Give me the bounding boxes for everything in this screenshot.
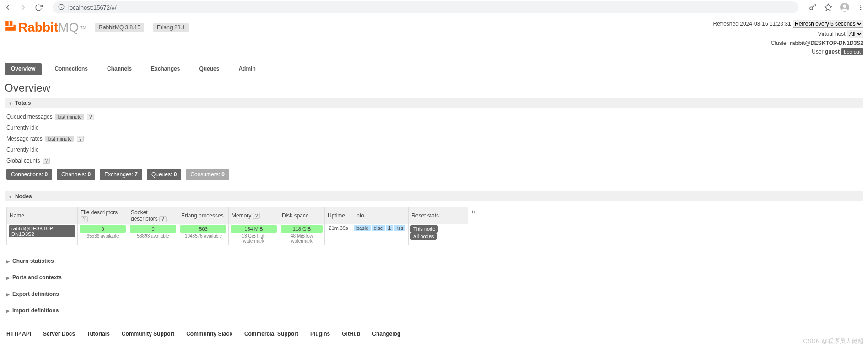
tab-channels[interactable]: Channels	[101, 63, 138, 75]
logout-button[interactable]: Log out	[841, 48, 863, 55]
vhost-select[interactable]: All	[847, 30, 863, 38]
message-rates-label: Message rates	[6, 136, 43, 142]
help-icon[interactable]: ?	[87, 114, 94, 120]
chevron-right-icon	[6, 291, 10, 297]
reload-icon[interactable]	[35, 4, 43, 11]
svg-line-5	[815, 5, 816, 6]
connections-count[interactable]: Connections: 0	[6, 169, 52, 180]
svg-point-9	[860, 5, 862, 6]
footer-github[interactable]: GitHub	[342, 331, 360, 337]
tab-connections[interactable]: Connections	[48, 63, 94, 75]
footer-community-support[interactable]: Community Support	[122, 331, 174, 337]
idle-text: Currently idle	[6, 147, 862, 153]
rabbitmq-logo[interactable]: RabbitMQTM	[5, 20, 86, 35]
fd-value: 0	[80, 225, 126, 233]
consumers-count[interactable]: Consumers: 0	[186, 169, 229, 180]
table-row: rabbit@DESKTOP-DN1D3S2 065536 available …	[7, 224, 468, 245]
chevron-right-icon	[6, 307, 10, 314]
info-1-badge[interactable]: 1	[386, 225, 393, 231]
erlang-badge: Erlang 23.1	[153, 23, 189, 32]
key-icon[interactable]	[809, 3, 817, 11]
info-disc-badge[interactable]: disc	[372, 225, 385, 231]
footer-server-docs[interactable]: Server Docs	[43, 331, 75, 337]
nodes-table: Name File descriptors ? Socket descripto…	[6, 207, 468, 245]
watermark: CSDN @程序员大佬超	[803, 337, 863, 342]
sd-available: 58893 available	[130, 234, 176, 239]
section-import[interactable]: Import definitions	[5, 304, 863, 316]
section-totals-header[interactable]: Totals	[5, 98, 863, 108]
refresh-interval-select[interactable]: Refresh every 5 seconds	[793, 20, 863, 28]
chevron-right-icon	[6, 258, 10, 264]
site-info-icon[interactable]	[58, 4, 65, 11]
col-name: Name	[7, 207, 78, 224]
col-uptime: Uptime	[325, 207, 352, 224]
profile-icon[interactable]	[840, 2, 850, 12]
col-reset: Reset stats	[409, 207, 468, 224]
chevron-right-icon	[6, 274, 10, 281]
reset-all-nodes-button[interactable]: All nodes	[410, 233, 437, 240]
node-name-badge[interactable]: rabbit@DESKTOP-DN1D3S2	[9, 225, 75, 237]
tab-overview[interactable]: Overview	[5, 63, 42, 75]
svg-point-3	[810, 7, 813, 10]
reset-this-node-button[interactable]: This node	[410, 225, 438, 233]
svg-rect-13	[10, 21, 13, 26]
info-basic-badge[interactable]: basic	[354, 225, 371, 231]
main-tabs: Overview Connections Channels Exchanges …	[5, 63, 863, 75]
address-bar[interactable]: localhost:15672/#/	[53, 1, 798, 13]
svg-point-11	[860, 9, 862, 10]
exchanges-count[interactable]: Exchanges: 7	[100, 169, 142, 180]
help-icon[interactable]: ?	[77, 136, 84, 142]
footer-changelog[interactable]: Changelog	[372, 331, 400, 337]
uptime-value: 21m 39s	[325, 224, 352, 245]
svg-point-10	[860, 7, 862, 8]
disk-watermark: 48 MiB low watermark	[281, 234, 323, 244]
svg-rect-12	[5, 21, 9, 26]
rabbitmq-icon	[5, 20, 16, 35]
ep-value: 503	[180, 225, 226, 233]
url-text: localhost:15672/#/	[68, 4, 117, 11]
footer-commercial-support[interactable]: Commercial Support	[244, 331, 298, 337]
help-icon[interactable]: ?	[81, 216, 88, 222]
help-icon[interactable]: ?	[253, 213, 260, 219]
help-icon[interactable]: ?	[159, 216, 167, 222]
user-name: guest	[825, 49, 840, 55]
col-sd: Socket descriptors ?	[128, 207, 178, 224]
footer-http-api[interactable]: HTTP API	[6, 331, 31, 337]
queues-count[interactable]: Queues: 0	[147, 169, 181, 180]
section-ports[interactable]: Ports and contexts	[5, 272, 863, 283]
svg-marker-6	[825, 4, 832, 11]
last-minute-tag[interactable]: last minute	[45, 136, 74, 142]
star-icon[interactable]	[824, 3, 832, 11]
footer-links: HTTP API Server Docs Tutorials Community…	[5, 326, 863, 342]
back-icon[interactable]	[4, 3, 12, 11]
refreshed-label: Refreshed	[713, 21, 739, 27]
ep-available: 1048576 available	[180, 234, 226, 239]
fd-available: 65536 available	[80, 234, 126, 239]
channels-count[interactable]: Channels: 0	[57, 169, 95, 180]
cluster-label: Cluster	[771, 40, 788, 46]
info-rss-badge[interactable]: rss	[394, 225, 405, 231]
svg-rect-14	[5, 27, 16, 31]
col-mem: Memory ?	[229, 207, 279, 224]
svg-point-8	[843, 5, 846, 8]
columns-toggle[interactable]: +/-	[471, 207, 477, 215]
svg-rect-15	[14, 25, 16, 27]
forward-icon[interactable]	[19, 3, 27, 11]
section-churn[interactable]: Churn statistics	[5, 255, 863, 267]
version-badge: RabbitMQ 3.8.15	[95, 23, 144, 32]
menu-icon[interactable]	[857, 4, 864, 11]
sd-value: 0	[130, 225, 176, 233]
help-icon[interactable]: ?	[43, 158, 50, 164]
last-minute-tag[interactable]: last minute	[55, 114, 84, 120]
footer-plugins[interactable]: Plugins	[310, 331, 330, 337]
queued-messages-label: Queued messages	[6, 114, 53, 120]
col-info: Info	[352, 207, 409, 224]
footer-community-slack[interactable]: Community Slack	[186, 331, 232, 337]
footer-tutorials[interactable]: Tutorials	[87, 331, 110, 337]
section-nodes-header[interactable]: Nodes	[5, 191, 863, 201]
section-export[interactable]: Export definitions	[5, 288, 863, 300]
tab-admin[interactable]: Admin	[232, 63, 262, 75]
col-fd: File descriptors ?	[78, 207, 128, 224]
tab-exchanges[interactable]: Exchanges	[145, 63, 186, 75]
tab-queues[interactable]: Queues	[193, 63, 226, 75]
